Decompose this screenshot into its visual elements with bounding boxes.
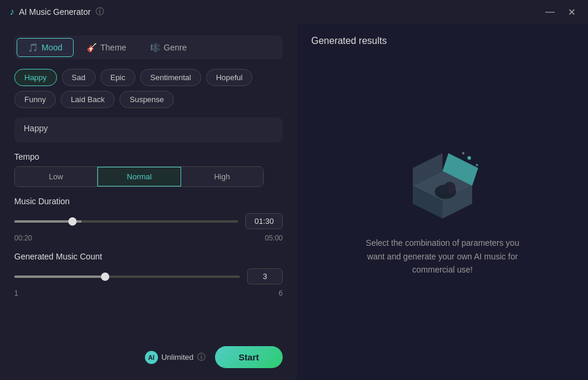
tempo-normal[interactable]: Normal [97,167,181,186]
app-body: 🎵 Mood 🎸 Theme 🎼 Genre Happy Sad Epic Se… [0,24,588,380]
tab-genre[interactable]: 🎼 Genre [140,38,198,57]
unlimited-badge: AI Unlimited ⓘ [145,351,206,364]
tab-theme[interactable]: 🎸 Theme [76,38,137,57]
genre-tab-icon: 🎼 [150,43,160,52]
svg-point-7 [462,152,464,154]
results-content: Select the combination of parameters you… [311,56,574,368]
unlimited-info-icon[interactable]: ⓘ [197,352,206,363]
selected-mood-display: Happy [14,118,283,142]
start-button[interactable]: Start [215,346,283,368]
tab-bar: 🎵 Mood 🎸 Theme 🎼 Genre [14,36,283,59]
app-title: AI Music Generator [19,7,91,17]
mood-tag-sad[interactable]: Sad [62,69,96,86]
box-illustration [401,147,484,224]
title-bar: ♪ AI Music Generator ⓘ — ✕ [0,0,588,24]
music-count-max: 6 [279,289,283,297]
music-duration-section: Music Duration 01:30 00:20 05:00 [14,197,283,242]
unlimited-label: Unlimited [162,353,194,362]
theme-tab-icon: 🎸 [87,43,97,52]
mood-tag-epic[interactable]: Epic [100,69,135,86]
music-duration-label: Music Duration [14,197,283,206]
music-duration-max: 05:00 [265,234,283,242]
close-button[interactable]: ✕ [564,5,578,19]
music-count-min: 1 [14,289,18,297]
music-duration-min: 00:20 [14,234,32,242]
selected-mood-text: Happy [24,124,48,133]
tab-mood[interactable]: 🎵 Mood [17,38,74,57]
window-controls: — ✕ [543,5,578,19]
tempo-buttons: Low Normal High [14,166,264,187]
left-panel: 🎵 Mood 🎸 Theme 🎼 Genre Happy Sad Epic Se… [0,24,297,380]
tab-mood-label: Mood [42,43,62,52]
music-count-labels: 1 6 [14,289,283,297]
right-panel: Generated results [297,24,588,380]
music-duration-row: 01:30 [14,213,283,229]
mood-tab-icon: 🎵 [28,43,38,52]
music-count-slider[interactable] [14,276,240,278]
mood-tag-laid-back[interactable]: Laid Back [61,91,115,108]
svg-point-5 [467,156,471,160]
mood-tag-hopeful[interactable]: Hopeful [206,69,253,86]
ai-icon: AI [145,351,158,364]
svg-point-6 [476,164,478,166]
mood-tag-suspense[interactable]: Suspense [119,91,174,108]
minimize-button[interactable]: — [543,5,557,19]
mood-tag-funny[interactable]: Funny [14,91,56,108]
tempo-section: Tempo Low Normal High [14,152,283,187]
title-bar-left: ♪ AI Music Generator ⓘ [10,7,104,17]
music-count-label: Generated Music Count [14,252,283,261]
app-icon: ♪ [10,7,14,17]
svg-point-10 [439,185,448,195]
results-title: Generated results [311,36,387,46]
tab-theme-label: Theme [100,43,127,52]
bottom-row: AI Unlimited ⓘ Start [14,341,283,368]
results-description: Select the combination of parameters you… [359,236,526,276]
music-count-value: 3 [247,268,283,284]
tab-genre-label: Genre [164,43,187,52]
music-count-row: 3 [14,268,283,284]
mood-tag-happy[interactable]: Happy [14,69,57,86]
info-icon[interactable]: ⓘ [96,7,104,17]
mood-tag-sentimental[interactable]: Sentimental [140,69,201,86]
music-duration-slider[interactable] [14,220,238,223]
music-duration-labels: 00:20 05:00 [14,234,283,242]
music-count-section: Generated Music Count 3 1 6 [14,252,283,297]
mood-tags: Happy Sad Epic Sentimental Hopeful Funny… [14,69,283,108]
tempo-label: Tempo [14,152,283,162]
tempo-high[interactable]: High [181,167,263,186]
music-duration-value: 01:30 [245,213,283,229]
tempo-low[interactable]: Low [15,167,97,186]
